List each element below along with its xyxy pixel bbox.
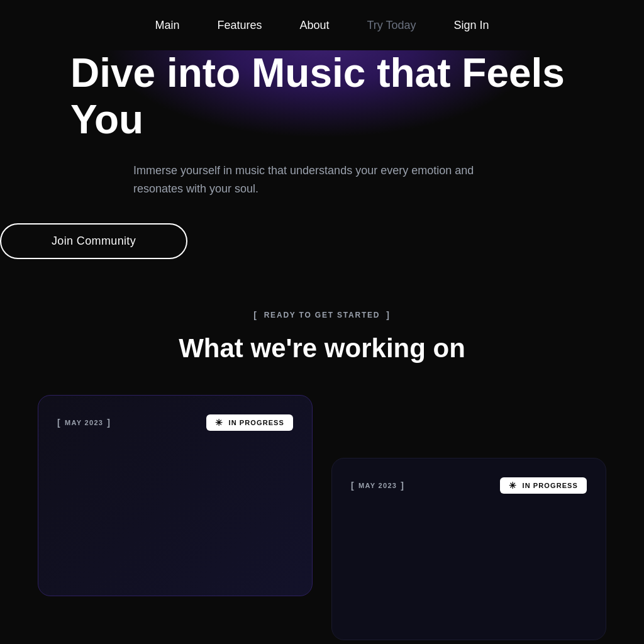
section-label-wrap: [ READY TO GET STARTED ] bbox=[0, 309, 644, 321]
card-1-status-badge: ✳ IN PROGRESS bbox=[206, 414, 293, 431]
card-2-date: [ MAY 2023 ] bbox=[351, 480, 404, 491]
card-1-header: [ MAY 2023 ] ✳ IN PROGRESS bbox=[57, 414, 293, 431]
cards-section: [ MAY 2023 ] ✳ IN PROGRESS [ MAY 2023 ] … bbox=[0, 395, 644, 640]
in-progress-icon-2: ✳ bbox=[509, 481, 517, 490]
bracket-right: ] bbox=[386, 310, 390, 320]
section-label-text: READY TO GET STARTED bbox=[264, 311, 380, 319]
nav-try-today[interactable]: Try Today bbox=[367, 19, 416, 32]
nav-about[interactable]: About bbox=[299, 19, 329, 32]
nav-sign-in[interactable]: Sign In bbox=[454, 19, 489, 32]
hero-subtitle: Immerse yourself in music that understan… bbox=[133, 162, 511, 198]
section-title: What we're working on bbox=[0, 333, 644, 364]
nav-features[interactable]: Features bbox=[217, 19, 262, 32]
navbar: Main Features About Try Today Sign In bbox=[0, 0, 644, 50]
card-2-header: [ MAY 2023 ] ✳ IN PROGRESS bbox=[351, 477, 587, 494]
card-2: [ MAY 2023 ] ✳ IN PROGRESS bbox=[331, 458, 606, 640]
bracket-left: [ bbox=[253, 310, 257, 320]
card-2-status-badge: ✳ IN PROGRESS bbox=[500, 477, 587, 494]
join-community-button[interactable]: Join Community bbox=[0, 223, 187, 259]
hero-title: Dive into Music that Feels You bbox=[70, 50, 574, 143]
hero-section: Dive into Music that Feels You Immerse y… bbox=[0, 50, 644, 259]
card-1: [ MAY 2023 ] ✳ IN PROGRESS bbox=[38, 395, 313, 596]
card-1-date: [ MAY 2023 ] bbox=[57, 418, 111, 428]
in-progress-icon: ✳ bbox=[215, 418, 223, 427]
section-label: [ READY TO GET STARTED ] bbox=[253, 310, 391, 320]
nav-main[interactable]: Main bbox=[155, 19, 179, 32]
